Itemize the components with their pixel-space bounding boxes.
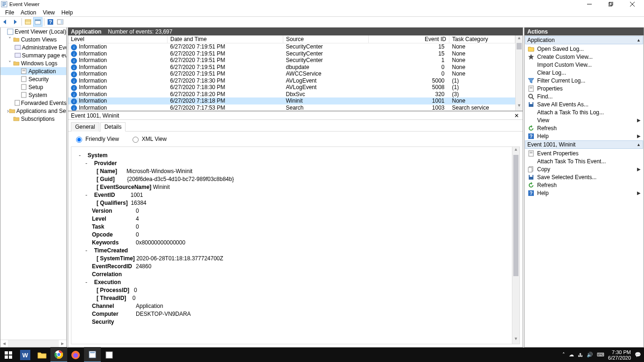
forward-button[interactable] bbox=[11, 17, 20, 27]
tree-app-services[interactable]: ›Applications and Services Lo bbox=[0, 107, 66, 115]
taskbar-chrome[interactable] bbox=[50, 347, 67, 362]
tree-security[interactable]: Security bbox=[0, 75, 66, 83]
event-row[interactable]: iInformation6/27/2020 7:19:51 PMSecurity… bbox=[68, 57, 515, 64]
action-open-saved-log[interactable]: Open Saved Log... bbox=[525, 45, 644, 53]
event-row[interactable]: iInformation6/27/2020 7:19:51 PMdbupdate… bbox=[68, 64, 515, 71]
svg-text:?: ? bbox=[49, 19, 52, 25]
actions-group-application[interactable]: Application▲ bbox=[525, 36, 643, 44]
menu-help[interactable]: Help bbox=[58, 9, 77, 16]
folder-icon bbox=[13, 60, 20, 67]
tree-custom-views[interactable]: ˅Custom Views bbox=[0, 35, 66, 43]
event-row[interactable]: iInformation6/27/2020 7:18:20 PMDbxSvc32… bbox=[68, 91, 515, 98]
action-save-all-events-as[interactable]: Save All Events As... bbox=[525, 100, 644, 108]
tray-volume-icon[interactable]: 🔊 bbox=[587, 352, 593, 358]
tree-windows-logs[interactable]: ˅Windows Logs bbox=[0, 59, 66, 67]
action-copy[interactable]: Copy▶ bbox=[525, 165, 644, 173]
svg-rect-18 bbox=[61, 20, 63, 24]
action-view[interactable]: View▶ bbox=[525, 116, 644, 124]
tray-chevron-icon[interactable]: ˄ bbox=[562, 352, 565, 358]
svg-rect-43 bbox=[528, 167, 532, 172]
close-detail-button[interactable]: ✕ bbox=[513, 112, 520, 119]
back-button[interactable] bbox=[1, 17, 10, 27]
event-row[interactable]: iInformation6/27/2020 7:18:30 PMAVLogEve… bbox=[68, 84, 515, 91]
action-filter-current-log[interactable]: Filter Current Log... bbox=[525, 77, 644, 84]
action-help[interactable]: ?Help▶ bbox=[525, 132, 644, 140]
svg-rect-14 bbox=[35, 20, 41, 21]
maximize-button[interactable] bbox=[600, 0, 622, 8]
tray-clock[interactable]: 7:30 PM6/27/2020 bbox=[608, 349, 631, 361]
show-hide-action-button[interactable] bbox=[56, 17, 65, 27]
action-refresh[interactable]: Refresh bbox=[525, 181, 644, 189]
action-find[interactable]: Find... bbox=[525, 92, 644, 100]
event-row[interactable]: iInformation6/27/2020 7:19:51 PMAWCCServ… bbox=[68, 70, 515, 77]
detail-scrollbar[interactable]: ▲▼ bbox=[512, 147, 519, 344]
tree-subscriptions[interactable]: Subscriptions bbox=[0, 115, 66, 123]
tray-network-icon[interactable]: 🖧 bbox=[578, 352, 583, 358]
menu-action[interactable]: Action bbox=[17, 9, 39, 16]
svg-rect-28 bbox=[15, 100, 20, 105]
tab-general[interactable]: General bbox=[71, 122, 99, 132]
menu-view[interactable]: View bbox=[40, 9, 58, 16]
actions-group-event[interactable]: Event 1001, Wininit▲ bbox=[525, 140, 643, 149]
show-hide-tree-button[interactable] bbox=[23, 17, 33, 27]
action-import-custom-view[interactable]: Import Custom View... bbox=[525, 61, 644, 69]
center-pane: Application Number of events: 23,697 Lev… bbox=[68, 28, 523, 348]
event-row[interactable]: iInformation6/27/2020 7:19:51 PMSecurity… bbox=[68, 50, 515, 57]
action-icon bbox=[527, 150, 534, 157]
col-date[interactable]: Date and Time bbox=[168, 35, 283, 43]
system-tray[interactable]: ˄ ☁ 🖧 🔊 ⌨ 7:30 PM6/27/2020 💬 bbox=[560, 349, 644, 361]
event-row[interactable]: iInformation6/27/2020 7:17:53 PMSearch10… bbox=[68, 104, 515, 111]
friendly-view-radio[interactable]: Friendly View bbox=[74, 135, 119, 143]
col-level[interactable]: Level bbox=[68, 35, 168, 43]
taskbar-eventviewer[interactable] bbox=[84, 347, 101, 362]
action-save-selected-events[interactable]: Save Selected Events... bbox=[525, 173, 644, 181]
action-attach-task-to-this-event[interactable]: Attach Task To This Event... bbox=[525, 157, 644, 165]
tray-onedrive-icon[interactable]: ☁ bbox=[569, 352, 574, 358]
tab-details[interactable]: Details bbox=[100, 122, 126, 132]
tree-forwarded[interactable]: Forwarded Events bbox=[0, 99, 66, 107]
action-help[interactable]: ?Help▶ bbox=[525, 189, 644, 197]
col-eventid[interactable]: Event ID bbox=[369, 35, 449, 43]
menu-file[interactable]: File bbox=[2, 9, 17, 16]
event-row[interactable]: iInformation6/27/2020 7:18:18 PMWininit1… bbox=[68, 97, 515, 104]
action-create-custom-view[interactable]: Create Custom View... bbox=[525, 53, 644, 61]
taskbar-app[interactable] bbox=[101, 348, 118, 362]
title-bar: Event Viewer bbox=[0, 0, 644, 8]
xml-view-radio[interactable]: XML View bbox=[130, 135, 167, 143]
col-source[interactable]: Source bbox=[283, 35, 369, 43]
properties-button[interactable] bbox=[33, 17, 42, 27]
tree-application[interactable]: Application bbox=[0, 67, 66, 75]
help-button[interactable]: ? bbox=[46, 17, 55, 27]
col-task[interactable]: Task Category bbox=[449, 35, 515, 43]
minimize-button[interactable] bbox=[579, 0, 600, 8]
action-icon bbox=[527, 45, 534, 52]
tree-admin-events[interactable]: Administrative Events bbox=[0, 43, 66, 51]
action-clear-log[interactable]: Clear Log... bbox=[525, 69, 644, 77]
event-row[interactable]: iInformation6/27/2020 7:19:51 PMSecurity… bbox=[68, 43, 515, 50]
svg-rect-50 bbox=[5, 355, 8, 359]
taskbar-word[interactable]: W bbox=[17, 348, 34, 362]
action-event-properties[interactable]: Event Properties bbox=[525, 149, 644, 157]
action-icon: ? bbox=[527, 132, 534, 139]
start-button[interactable] bbox=[0, 348, 17, 362]
view-icon bbox=[14, 52, 21, 59]
grid-scrollbar[interactable]: ▲▼ bbox=[515, 35, 523, 111]
svg-point-58 bbox=[73, 353, 78, 358]
log-icon bbox=[20, 92, 28, 98]
taskbar-firefox[interactable] bbox=[67, 348, 84, 362]
events-grid[interactable]: Level Date and Time Source Event ID Task… bbox=[68, 35, 515, 111]
action-attach-a-task-to-this-log[interactable]: Attach a Task To this Log... bbox=[525, 108, 644, 116]
tree-horizontal-scrollbar[interactable]: ◂▸ bbox=[0, 340, 66, 347]
tree-summary-page[interactable]: Summary page events bbox=[0, 51, 66, 59]
event-row[interactable]: iInformation6/27/2020 7:18:30 PMAVLogEve… bbox=[68, 77, 515, 84]
taskbar-explorer[interactable] bbox=[34, 348, 50, 362]
action-refresh[interactable]: Refresh bbox=[525, 124, 644, 132]
svg-rect-60 bbox=[90, 352, 95, 353]
tray-language-icon[interactable]: ⌨ bbox=[597, 352, 604, 358]
tray-notifications-icon[interactable]: 💬 bbox=[635, 352, 641, 358]
close-button[interactable] bbox=[622, 0, 643, 8]
tree-root[interactable]: Event Viewer (Local) bbox=[0, 28, 66, 35]
action-properties[interactable]: Properties bbox=[525, 84, 644, 92]
tree-system[interactable]: System bbox=[0, 91, 66, 99]
tree-setup[interactable]: Setup bbox=[0, 83, 66, 91]
